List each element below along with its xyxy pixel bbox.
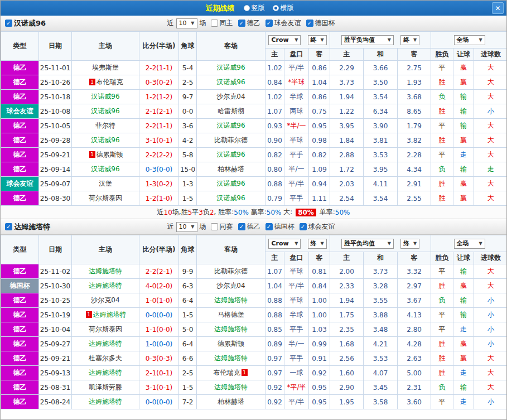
team-checkbox[interactable] [5, 223, 12, 230]
away-team-cell: 沙尔克04 [197, 279, 265, 293]
team-name[interactable]: 汉堡 [99, 180, 112, 187]
layout-radio-horizontal[interactable]: 横版 [273, 3, 294, 13]
odds-company-select[interactable]: Crow▼ [268, 239, 301, 249]
handicap-cell: 两球 [284, 104, 309, 119]
team-name[interactable]: 埃弗斯堡 [92, 64, 119, 71]
checkbox-icon [300, 223, 307, 230]
away-odds-cell: 1.11 [309, 191, 330, 206]
recent-count-select[interactable]: 10▼ [176, 18, 197, 28]
team-name[interactable]: 马格德堡 [218, 311, 244, 318]
team-name[interactable]: 荷尔斯泰因 [89, 194, 122, 202]
match-row: 德乙25-10-25沙尔克041-0(1-0)6-4达姆施塔特0.88半球1.0… [1, 293, 507, 308]
fulltime-select[interactable]: 全场▼ [454, 239, 485, 249]
team-name[interactable]: 达姆施塔特 [89, 282, 122, 289]
team-name[interactable]: 达姆施塔特 [214, 354, 248, 362]
team-name[interactable]: 凯泽斯劳滕 [89, 383, 122, 391]
team-name[interactable]: 汉诺威96 [91, 107, 119, 115]
avg-draw-odds-cell: 3.28 [364, 279, 398, 293]
team-name[interactable]: 沙尔克04 [216, 282, 245, 289]
avg-odds-time-select[interactable]: 终▼ [400, 239, 419, 249]
team-name[interactable]: 达姆施塔特 [93, 311, 127, 318]
team-name[interactable]: 汉诺威96 [91, 165, 119, 173]
league-cell: 德乙 [1, 148, 39, 162]
team-name[interactable]: 达姆施塔特 [89, 340, 122, 347]
odds-time-select[interactable]: 终▼ [308, 239, 327, 249]
team-name[interactable]: 汉诺威96 [216, 78, 245, 86]
team-name[interactable]: 杜塞尔多夫 [89, 354, 122, 362]
team-name[interactable]: 汉诺威96 [216, 64, 245, 71]
filter-option[interactable]: 德国杯 [265, 222, 294, 231]
team-name[interactable]: 汉诺威96 [216, 194, 245, 202]
away-odds-cell: 0.95 [309, 380, 330, 395]
matches-table-1: 类型 日期 主场 比分(半场) 角球 客场 Crow▼ 终▼ 胜平负均值▼ 终▼… [1, 31, 507, 206]
matches-table-2: 类型 日期 主场 比分(半场) 角球 客场 Crow▼ 终▼ 胜平负均值▼ 终▼… [1, 235, 507, 409]
chevron-down-icon: ▼ [191, 21, 194, 26]
col-score: 比分(半场) [139, 32, 179, 61]
filter-option[interactable]: 同赛 [211, 222, 233, 231]
avg-odds-select[interactable]: 胜平负均值▼ [341, 35, 394, 45]
filter-option[interactable]: 德乙 [238, 222, 260, 231]
team-name[interactable]: 汉诺威96 [216, 122, 245, 129]
team-name[interactable]: 比勒菲尔德 [214, 267, 248, 275]
summary-text: 50% [335, 209, 350, 216]
filter-option-label: 同主 [220, 18, 233, 28]
home-odds-cell: 0.84 [265, 75, 284, 90]
home-team-cell: 汉诺威96 [72, 133, 139, 148]
avg-odds-time-select[interactable]: 终▼ [400, 35, 419, 45]
team-name[interactable]: 德累斯顿 [96, 151, 123, 158]
avg-draw-odds-cell: 3.54 [364, 90, 398, 104]
team-name[interactable]: 柏林赫塔 [218, 398, 244, 405]
avg-home-odds-cell: 1.95 [330, 395, 364, 409]
team-name[interactable]: 比勒菲尔德 [214, 136, 248, 144]
team-name[interactable]: 达姆施塔特 [214, 296, 248, 304]
chevron-down-icon: ▼ [191, 224, 194, 229]
score-cell: 0-3(0-2) [139, 75, 179, 90]
team-checkbox[interactable] [5, 20, 12, 27]
wdl-result-cell: 负 [431, 293, 453, 308]
team-name[interactable]: 布伦瑞克 [214, 369, 240, 376]
filter-option[interactable]: 德国杯 [306, 18, 335, 28]
odds-company-select[interactable]: Crow▼ [268, 35, 301, 45]
filter-option-label: 同赛 [220, 222, 233, 231]
team-name[interactable]: 荷尔斯泰因 [89, 325, 122, 333]
team-name[interactable]: 汉诺威96 [91, 136, 119, 144]
team-name[interactable]: 汉诺威96 [91, 93, 119, 100]
close-button[interactable]: ✕ [492, 2, 504, 14]
date-cell: 25-09-13 [39, 366, 72, 380]
avg-odds-header: 胜平负均值▼ 终▼ [330, 32, 431, 49]
away-odds-cell: 0.84 [309, 279, 330, 293]
team-name[interactable]: 达姆施塔特 [89, 267, 122, 275]
team-name[interactable]: 达姆施塔特 [89, 369, 122, 376]
odds-time-select[interactable]: 终▼ [308, 35, 327, 45]
team-name[interactable]: 汉诺威96 [216, 180, 245, 187]
team-name[interactable]: 德累斯顿 [218, 340, 244, 347]
home-team-cell: 凯泽斯劳滕 [72, 380, 139, 395]
corners-cell: 3-6 [179, 119, 197, 133]
team-name[interactable]: 达姆施塔特 [214, 383, 248, 391]
team-name[interactable]: 沙尔克04 [91, 296, 119, 304]
odds-source-header: Crow▼ 终▼ [265, 32, 330, 49]
team-name[interactable]: 达姆施塔特 [89, 398, 122, 405]
filter-option[interactable]: 德乙 [238, 18, 260, 28]
team-name[interactable]: 达姆施塔特 [214, 325, 248, 333]
team-name[interactable]: 哈雷斯彻 [218, 107, 244, 115]
team-name[interactable]: 布伦瑞克 [96, 78, 123, 86]
team-name[interactable]: 沙尔克04 [216, 93, 245, 100]
filter-option[interactable]: 同主 [211, 18, 233, 28]
home-odds-cell: 0.90 [265, 133, 284, 148]
team-name[interactable]: 汉诺威96 [216, 151, 245, 158]
wdl-result-cell: 平 [431, 61, 453, 75]
goals-result-cell: 大 [474, 148, 507, 162]
date-cell: 25-10-26 [39, 75, 72, 90]
wdl-result-cell: 平 [431, 395, 453, 409]
red-card-badge: 1 [86, 311, 92, 318]
recent-count-select[interactable]: 10▼ [176, 222, 197, 232]
avg-odds-select[interactable]: 胜平负均值▼ [341, 239, 394, 249]
filter-option[interactable]: 球会友谊 [265, 18, 301, 28]
filter-option[interactable]: 球会友谊 [300, 222, 335, 231]
team-name[interactable]: 菲尔特 [95, 122, 115, 129]
team-name[interactable]: 柏林赫塔 [218, 165, 244, 173]
subcol-avg-away: 客 [398, 49, 431, 61]
layout-radio-vertical[interactable]: 竖版 [244, 3, 265, 13]
fulltime-select[interactable]: 全场▼ [454, 35, 485, 45]
